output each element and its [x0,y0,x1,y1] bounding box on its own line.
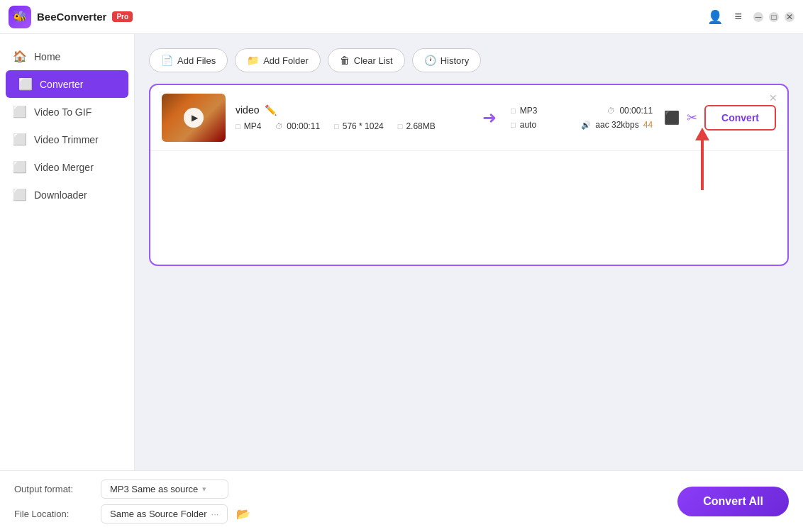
settings-action-button[interactable]: ⬛ [664,110,680,126]
resolution-icon: □ [334,122,339,131]
app-logo: 🐝 [9,6,31,28]
window-controls: ─ □ ✕ [753,12,794,22]
sidebar-item-label: Downloader [34,189,87,201]
history-icon: 🕐 [424,55,436,66]
thumbnail-image: ▶ [162,94,226,142]
maximize-button[interactable]: □ [769,12,779,22]
add-files-button[interactable]: 📄 Add Files [149,48,228,72]
chevron-down-icon: ▾ [202,484,206,494]
app-name: BeeConverter [37,11,106,23]
add-folder-icon: 📁 [247,55,259,66]
output-sample-rate: 44 [643,120,653,130]
home-icon: 🏠 [13,50,27,63]
sidebar: 🏠 Home ⬜ Converter ⬜ Video To GIF ⬜ Vide… [0,34,135,470]
output-quality-icon: □ [511,121,516,129]
sidebar-item-video-to-gif[interactable]: ⬜ Video To GIF [0,98,134,126]
output-duration: 00:00:11 [619,106,653,116]
source-size: 2.68MB [406,121,435,131]
browse-folder-button[interactable]: 📂 [236,507,250,521]
sidebar-item-video-trimmer[interactable]: ⬜ Video Trimmer [0,126,134,153]
table-row: ▶ video ✏️ □ MP4 [150,85,787,151]
output-format-label: Output format: [14,484,92,494]
titlebar-left: 🐝 BeeConverter Pro [9,6,133,28]
output-quality: auto [520,120,536,130]
file-info: video ✏️ □ MP4 ⏱ 00:00:11 □ [236,104,468,131]
clock-icon: ⏱ [275,122,283,131]
close-button[interactable]: ✕ [785,12,794,22]
output-clock-icon: ⏱ [607,106,615,115]
clear-list-button[interactable]: 🗑 Clear List [328,48,405,72]
source-resolution: 576 * 1024 [343,121,384,131]
file-name: video ✏️ [236,104,468,116]
output-format: MP3 [520,106,538,116]
file-actions: ⬛ ✂ Convert [664,105,776,131]
titlebar: 🐝 BeeConverter Pro 👤 ≡ ─ □ ✕ [0,0,803,34]
sidebar-item-label: Home [34,51,60,62]
dots-icon: ··· [211,509,219,519]
output-quality-group: □ auto 🔊 aac 32kbps 44 [511,120,653,130]
source-format: MP4 [244,121,262,131]
duration-group: ⏱ 00:00:11 [275,121,320,131]
close-item-button[interactable]: ✕ [769,92,777,104]
bottom-bar: Output format: MP3 Same as source ▾ File… [0,470,803,532]
size-icon: □ [398,122,403,131]
output-info: □ MP3 ⏱ 00:00:11 □ auto 🔊 aac 32kbps 44 [511,106,653,130]
titlebar-right: 👤 ≡ ─ □ ✕ [707,9,794,25]
merger-icon: ⬜ [13,160,27,174]
sidebar-item-downloader[interactable]: ⬜ Downloader [0,181,134,209]
file-list-area: ▶ video ✏️ □ MP4 [149,84,789,266]
sidebar-item-video-merger[interactable]: ⬜ Video Merger [0,153,134,181]
audio-icon: 🔊 [581,121,591,130]
sidebar-item-converter[interactable]: ⬜ Converter [6,70,128,98]
file-location-value: Same as Source Folder [110,509,207,519]
toolbar: 📄 Add Files 📁 Add Folder 🗑 Clear List 🕐 … [149,48,789,72]
arrow-line [701,140,704,190]
file-location-row: File Location: Same as Source Folder ···… [14,504,250,523]
play-icon: ▶ [192,113,198,123]
file-location-button[interactable]: Same as Source Folder ··· [101,504,228,523]
convert-all-button[interactable]: Convert All [677,487,789,516]
minimize-button[interactable]: ─ [753,12,763,22]
size-group: □ 2.68MB [398,121,436,131]
cut-action-button[interactable]: ✂ [687,110,697,126]
history-button[interactable]: 🕐 History [412,48,481,72]
file-location-label: File Location: [14,509,92,519]
add-files-icon: 📄 [161,55,173,66]
format-group: □ MP4 [236,121,261,131]
bottom-left: Output format: MP3 Same as source ▾ File… [14,480,250,523]
trimmer-icon: ⬜ [13,133,27,146]
user-icon[interactable]: 👤 [707,9,723,25]
sidebar-item-label: Video Trimmer [34,134,99,145]
add-folder-button[interactable]: 📁 Add Folder [235,48,321,72]
converter-icon: ⬜ [18,77,33,91]
play-button[interactable]: ▶ [184,108,204,128]
output-audio: aac 32kbps [595,120,638,130]
content-area: 📄 Add Files 📁 Add Folder 🗑 Clear List 🕐 … [135,34,803,470]
red-arrow-annotation [695,128,709,190]
download-icon: ⬜ [13,188,27,201]
convert-button[interactable]: Convert [704,105,776,131]
sidebar-item-label: Video To GIF [34,106,92,118]
main-layout: 🏠 Home ⬜ Converter ⬜ Video To GIF ⬜ Vide… [0,34,803,470]
resolution-group: □ 576 * 1024 [334,121,384,131]
menu-icon[interactable]: ≡ [734,9,742,24]
output-format-value: MP3 Same as source [110,484,198,494]
file-meta: □ MP4 ⏱ 00:00:11 □ 576 * 1024 □ [236,121,468,131]
convert-arrow: ➜ [468,108,511,128]
clear-icon: 🗑 [340,55,350,66]
output-format-group: □ MP3 ⏱ 00:00:11 [511,106,653,116]
output-format-icon: □ [511,106,516,115]
gif-icon: ⬜ [13,105,27,118]
file-thumbnail[interactable]: ▶ [162,94,226,142]
sidebar-item-label: Video Merger [34,162,94,173]
arrow-head [695,128,709,140]
source-duration: 00:00:11 [287,121,320,131]
edit-icon[interactable]: ✏️ [265,104,277,116]
sidebar-item-home[interactable]: 🏠 Home [0,43,134,70]
output-format-row: Output format: MP3 Same as source ▾ [14,480,250,499]
output-format-select[interactable]: MP3 Same as source ▾ [101,480,228,499]
format-icon: □ [236,122,240,131]
sidebar-item-label: Converter [40,79,83,90]
content-spacer [149,277,789,457]
pro-badge: Pro [112,11,133,22]
